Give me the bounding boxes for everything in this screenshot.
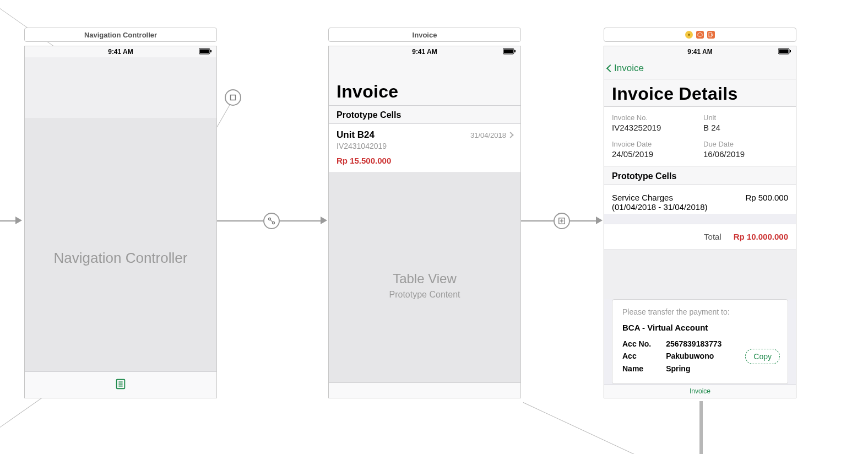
line-item-desc: Service Charges (01/04/2018 - 31/04/2018… xyxy=(612,193,717,212)
cell-date: 31/04/2018 xyxy=(470,131,513,139)
back-label: Invoice xyxy=(614,63,644,74)
scene-badge-cube-icon xyxy=(696,31,704,39)
total-amount: Rp 10.000.000 xyxy=(734,232,788,241)
payment-hint: Please transfer the payment to: xyxy=(622,307,780,316)
scene-invoice: Invoice 9:41 AM Invoice Prototype Cells … xyxy=(328,28,521,398)
copy-button[interactable]: Copy xyxy=(745,349,780,364)
table-view-placeholder: Table View Prototype Content xyxy=(329,172,520,398)
svg-rect-10 xyxy=(231,95,236,100)
status-time: 9:41 AM xyxy=(412,48,437,56)
line-item[interactable]: Service Charges (01/04/2018 - 31/04/2018… xyxy=(604,185,796,214)
svg-point-17 xyxy=(688,34,690,36)
status-bar: 9:41 AM xyxy=(604,46,796,57)
tab-bar xyxy=(329,382,520,398)
scene-badge-exit-icon xyxy=(707,31,715,39)
svg-rect-2 xyxy=(210,50,211,52)
payment-info-box: Please transfer the payment to: BCA - Vi… xyxy=(612,299,788,384)
device-frame: 9:41 AM Invoice Invoice Details Invoice … xyxy=(604,46,796,398)
battery-icon xyxy=(199,48,212,56)
segue-badge-relationship[interactable] xyxy=(263,213,280,229)
large-title: Invoice xyxy=(337,82,398,102)
section-header: Prototype Cells xyxy=(329,106,520,124)
field-invoice-date: Invoice Date 24/05/2019 xyxy=(612,140,697,159)
svg-rect-12 xyxy=(504,50,513,53)
back-button[interactable]: Invoice xyxy=(607,63,644,74)
nav-bar: Invoice xyxy=(329,57,520,106)
scene-badge-yellow-icon xyxy=(685,31,693,39)
nav-bar-placeholder xyxy=(25,57,216,118)
line-item-amount: Rp 500.000 xyxy=(745,193,788,212)
scene-title-label: Invoice xyxy=(413,31,437,39)
large-title: Invoice Details xyxy=(604,79,796,107)
cell-amount: Rp 15.500.000 xyxy=(337,156,513,165)
tab-bar: Invoice xyxy=(604,385,796,398)
field-invoice-no: Invoice No. IV243252019 xyxy=(612,114,697,132)
status-time: 9:41 AM xyxy=(108,48,133,56)
invoice-cell[interactable]: Unit B24 31/04/2018 IV2431042019 Rp 15.5… xyxy=(329,124,520,172)
svg-rect-1 xyxy=(200,50,209,53)
battery-icon xyxy=(778,48,791,56)
cell-invoice-no: IV2431042019 xyxy=(337,142,513,150)
detail-info-grid: Invoice No. IV243252019 Unit B 24 Invoic… xyxy=(604,107,796,167)
svg-rect-20 xyxy=(779,50,789,53)
field-unit: Unit B 24 xyxy=(703,114,788,132)
scene-invoice-details: 9:41 AM Invoice Invoice Details Invoice … xyxy=(604,28,796,398)
scene-title-bar[interactable]: Navigation Controller xyxy=(24,28,217,42)
chevron-right-icon xyxy=(507,132,513,138)
tab-label[interactable]: Invoice xyxy=(690,387,710,395)
spacer xyxy=(604,250,796,299)
svg-rect-13 xyxy=(514,50,516,52)
device-frame: 9:41 AM Navigation Controller xyxy=(24,46,217,398)
total-label: Total xyxy=(704,232,721,241)
list-icon[interactable] xyxy=(115,378,127,392)
payment-bank: BCA - Virtual Account xyxy=(622,323,780,332)
segue-badge-root[interactable] xyxy=(225,89,241,106)
status-bar: 9:41 AM xyxy=(329,46,520,57)
segue-badge-show[interactable] xyxy=(554,213,570,229)
payment-values: 2567839183773 Pakubuwono Spring xyxy=(666,338,737,375)
scene-title-label: Navigation Controller xyxy=(84,31,157,39)
device-frame: 9:41 AM Invoice Prototype Cells Unit B24… xyxy=(328,46,521,398)
field-due-date: Due Date 16/06/2019 xyxy=(703,140,788,159)
tab-bar xyxy=(25,371,216,398)
chevron-left-icon xyxy=(606,64,614,72)
payment-labels: Acc No. Acc Name xyxy=(622,338,658,375)
scene-navigation-controller: Navigation Controller 9:41 AM Navigation… xyxy=(24,28,217,398)
scene-title-bar[interactable]: Invoice xyxy=(328,28,521,42)
section-header: Prototype Cells xyxy=(604,167,796,185)
total-row: Total Rp 10.000.000 xyxy=(604,224,796,250)
status-time: 9:41 AM xyxy=(687,48,713,56)
svg-rect-21 xyxy=(790,50,791,52)
svg-line-9 xyxy=(270,220,273,222)
nav-bar: Invoice xyxy=(604,57,796,79)
status-bar: 9:41 AM xyxy=(25,46,216,57)
scene-title-bar[interactable] xyxy=(604,28,796,42)
nav-controller-placeholder: Navigation Controller xyxy=(25,118,216,398)
cell-unit-title: Unit B24 xyxy=(337,129,375,140)
battery-icon xyxy=(503,48,516,56)
